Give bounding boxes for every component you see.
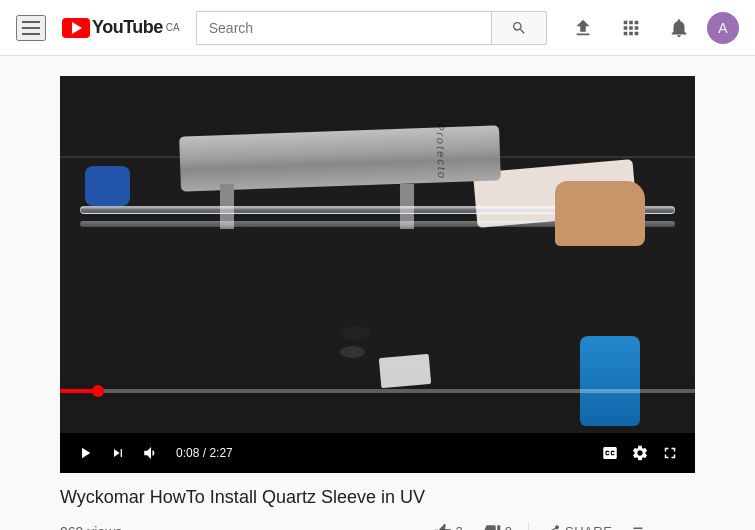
uv-cylinder: Protecto — [179, 125, 501, 191]
upload-icon — [572, 17, 594, 39]
share-icon — [545, 524, 561, 530]
current-time: 0:08 — [176, 446, 199, 460]
volume-icon — [142, 444, 160, 462]
cc-button[interactable] — [597, 440, 623, 466]
apps-icon — [620, 17, 642, 39]
search-icon — [511, 20, 527, 36]
black-seal-2 — [340, 346, 365, 358]
dislike-count: 0 — [505, 524, 512, 530]
more-button[interactable]: ··· — [662, 516, 695, 530]
share-button[interactable]: SHARE — [537, 520, 620, 530]
play-icon — [76, 444, 94, 462]
play-button[interactable] — [72, 440, 98, 466]
thumbs-up-icon — [434, 523, 452, 530]
like-count: 2 — [456, 524, 463, 530]
dislike-button[interactable]: 0 — [475, 519, 520, 530]
blue-fitting-left — [85, 166, 130, 206]
avatar[interactable]: A — [707, 12, 739, 44]
next-icon — [110, 445, 126, 461]
black-seal-1 — [340, 326, 370, 340]
settings-button[interactable] — [627, 440, 653, 466]
search-bar — [196, 11, 547, 45]
settings-icon — [631, 444, 649, 462]
video-info: Wyckomar HowTo Install Quartz Sleeve in … — [60, 485, 695, 530]
action-divider — [528, 522, 529, 530]
video-thumbnail[interactable]: Protecto — [60, 76, 695, 433]
apps-button[interactable] — [611, 8, 651, 48]
progress-thumb — [92, 385, 104, 397]
header-icons: A — [563, 8, 739, 48]
yt-play-triangle — [72, 22, 82, 34]
main-content: Protecto — [0, 56, 755, 530]
youtube-logo[interactable]: YouTubeCA — [62, 17, 180, 38]
like-button[interactable]: 2 — [426, 519, 471, 530]
next-button[interactable] — [106, 441, 130, 465]
playlist-add-icon — [632, 523, 650, 530]
progress-bar-container[interactable] — [60, 389, 695, 393]
share-label: SHARE — [565, 524, 612, 530]
blue-cylinder-right — [580, 336, 640, 426]
time-display: 0:08 / 2:27 — [176, 446, 233, 460]
white-card — [379, 354, 431, 388]
more-icon: ··· — [670, 520, 687, 530]
youtube-country: CA — [166, 22, 180, 33]
video-scene: Protecto — [60, 76, 695, 433]
add-to-button[interactable] — [624, 519, 658, 530]
youtube-wordmark: YouTube — [92, 17, 163, 38]
bell-icon — [668, 17, 690, 39]
notifications-button[interactable] — [659, 8, 699, 48]
fullscreen-button[interactable] — [657, 440, 683, 466]
video-controls: 0:08 / 2:27 — [60, 433, 695, 473]
search-input[interactable] — [196, 11, 491, 45]
youtube-icon — [62, 18, 90, 38]
video-meta: 969 views 2 0 SHARE — [60, 516, 695, 530]
thumbs-down-icon — [483, 523, 501, 530]
avatar-letter: A — [718, 20, 727, 36]
video-container: Protecto — [60, 76, 695, 473]
search-button[interactable] — [491, 11, 547, 45]
view-count: 969 views — [60, 524, 122, 530]
header: YouTubeCA A — [0, 0, 755, 56]
uv-brand-text: Protecto — [434, 123, 448, 180]
volume-button[interactable] — [138, 440, 164, 466]
hand — [555, 181, 645, 246]
cc-icon — [601, 444, 619, 462]
fullscreen-icon — [661, 444, 679, 462]
right-controls — [597, 440, 683, 466]
video-title: Wyckomar HowTo Install Quartz Sleeve in … — [60, 485, 695, 510]
total-time: 2:27 — [209, 446, 232, 460]
header-left: YouTubeCA — [16, 15, 180, 41]
upload-button[interactable] — [563, 8, 603, 48]
action-buttons: 2 0 SHARE ··· — [426, 516, 695, 530]
menu-button[interactable] — [16, 15, 46, 41]
